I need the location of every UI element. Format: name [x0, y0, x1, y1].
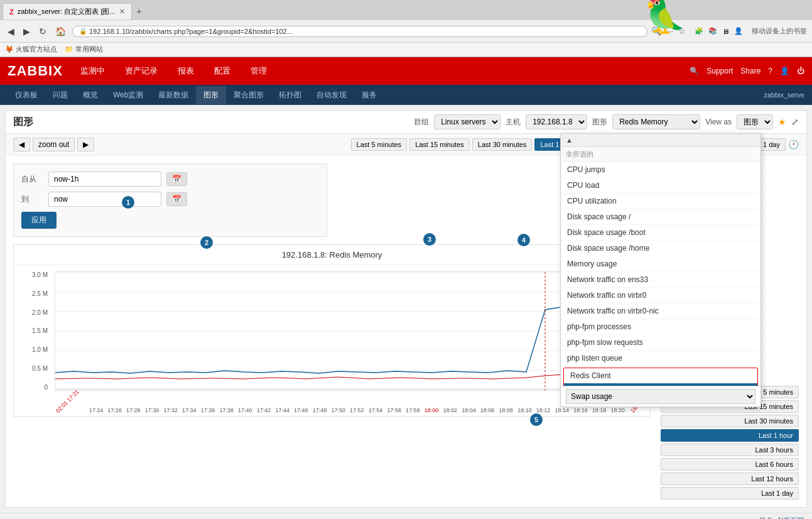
favorite-button[interactable]: ★ [778, 117, 786, 127]
dropdown-php-queue[interactable]: php listen queue [561, 351, 761, 366]
tp-1day[interactable]: Last 1 day [661, 487, 799, 500]
support-button[interactable]: Support [706, 67, 733, 75]
zabbix-tab-icon: Z [9, 8, 14, 16]
dropdown-net-virbr0[interactable]: Network traffic on virbr0 [561, 288, 761, 303]
next-time-button[interactable]: ▶ [77, 138, 94, 151]
user-button[interactable]: 👤 [780, 67, 789, 75]
subnav-composite[interactable]: 聚合图形 [226, 86, 271, 104]
apply-button[interactable]: 应用 [21, 212, 57, 229]
subnav-overview[interactable]: 概览 [75, 86, 106, 104]
tp-1hour-right[interactable]: Last 1 hour [661, 429, 799, 442]
period-15min[interactable]: Last 15 minutes [409, 138, 470, 151]
nav-reports[interactable]: 报表 [173, 63, 199, 79]
prev-time-button[interactable]: ◀ [13, 138, 30, 151]
subnav-problems[interactable]: 问题 [45, 86, 75, 104]
view-as-select[interactable]: 图形 [737, 114, 773, 129]
search-button[interactable]: 🔍 [690, 67, 699, 75]
tp-6hours[interactable]: Last 6 hours [661, 458, 799, 471]
from-cal-button[interactable]: 📅 [166, 172, 187, 186]
left-panel: 自从 📅 到 📅 应用 192.168.1.8: Redis Memory [13, 163, 651, 500]
group-select[interactable]: Linux servers [434, 114, 501, 129]
x-label-1758: 17:58 [406, 407, 420, 416]
logout-button[interactable]: ⏻ [797, 67, 804, 75]
subnav-web[interactable]: Web监测 [106, 86, 151, 104]
from-row: 自从 📅 [21, 172, 319, 187]
x-label-1746: 17:46 [294, 407, 308, 416]
dropdown-footer-select[interactable]: Swap usage [566, 389, 755, 404]
bookmark-firefox[interactable]: 🦊 火狐官方站点 [5, 45, 57, 54]
scroll-up-icon[interactable]: ▲ [566, 136, 573, 144]
subnav-latest[interactable]: 最新数据 [151, 86, 196, 104]
active-tab[interactable]: Z zabbix_server: 自定义图表 [图... ✕ [3, 3, 132, 19]
dropdown-phpfpm-proc[interactable]: php-fpm processes [561, 319, 761, 335]
home-button[interactable]: 🏠 [53, 25, 68, 38]
zoom-out-button[interactable]: zoom out [33, 138, 75, 151]
subnav-dashboard[interactable]: 仪表板 [8, 86, 45, 104]
to-cal-button[interactable]: 📅 [166, 192, 187, 206]
from-input[interactable] [48, 172, 161, 187]
dropdown-scroll[interactable]: 非所选的 CPU jumps CPU load CPU utilization … [561, 147, 761, 386]
tab-close-btn[interactable]: ✕ [119, 8, 125, 16]
x-axis: 02:01 17:21 17:24 17:26 17:28 17:30 17:3… [55, 407, 644, 416]
forward-button[interactable]: ▶ [21, 25, 33, 38]
annotation-1: 1 [122, 196, 134, 209]
nav-assets[interactable]: 资产记录 [120, 63, 163, 79]
dropdown-cpu-util[interactable]: CPU utilization [561, 194, 761, 209]
x-label-1730: 17:30 [145, 407, 160, 416]
dropdown-footer[interactable]: Swap usage [561, 386, 761, 407]
nav-action-menu[interactable]: ··· [666, 26, 673, 36]
dropdown-disk-home[interactable]: Disk space usage /home [561, 241, 761, 256]
help-button[interactable]: ? [768, 67, 772, 75]
nav-action-star[interactable]: ☆ [678, 26, 686, 36]
subnav-graphs[interactable]: 图形 [196, 86, 226, 104]
dropdown-phpfpm-slow[interactable]: php-fpm slow requests [561, 335, 761, 351]
period-30min[interactable]: Last 30 minutes [472, 138, 533, 151]
y-label-2: 2.0 M [32, 309, 48, 316]
nav-admin[interactable]: 管理 [246, 63, 272, 79]
chart-container[interactable]: 3.0 M 2.5 M 2.0 M 1.5 M 1.0 M 0.5 M 0 [14, 265, 650, 416]
nav-monitor[interactable]: 监测中 [75, 63, 110, 79]
subnav-autodiscovery[interactable]: 自动发现 [309, 86, 354, 104]
bookmark-common[interactable]: 📁 常用网站 [65, 45, 103, 54]
logo-text: ZABBIX [8, 63, 63, 79]
x-label-1752: 17:52 [350, 407, 364, 416]
footer: 忆念· 创新互联 [0, 513, 812, 519]
dropdown-disk-root[interactable]: Disk space usage / [561, 209, 761, 225]
address-bar[interactable]: 🔒 192.168.1.10/zabbix/charts.php?page=1&… [72, 26, 647, 37]
period-5min[interactable]: Last 5 minutes [351, 138, 408, 151]
subnav-services[interactable]: 服务 [354, 86, 384, 104]
ext-puzzle[interactable]: 🧩 [695, 27, 703, 35]
dropdown-disk-boot[interactable]: Disk space usage /boot [561, 225, 761, 241]
dropdown-net-virbr0-nic[interactable]: Network traffic on virbr0-nic [561, 303, 761, 319]
dropdown-redis-client[interactable]: Redis Client [564, 368, 757, 383]
y-label-3: 1.5 M [32, 327, 48, 334]
share-button[interactable]: Share [740, 67, 761, 75]
x-label-1754: 17:54 [369, 407, 383, 416]
x-label-start: 02:01 17:21 [55, 388, 80, 414]
x-label-1820: 18:20 [611, 407, 625, 416]
ext-user[interactable]: 👤 [734, 27, 743, 35]
subnav-topology[interactable]: 拓扑图 [271, 86, 309, 104]
dropdown-cpu-load[interactable]: CPU load [561, 178, 761, 194]
new-tab-button[interactable]: + [132, 4, 147, 19]
nav-action-search[interactable]: 🔍 [651, 26, 661, 36]
to-input[interactable] [48, 192, 161, 207]
annotation-5: 5 [530, 413, 543, 426]
tp-30min[interactable]: Last 30 minutes [661, 415, 799, 427]
refresh-button[interactable]: ↻ [36, 25, 49, 38]
nav-config[interactable]: 配置 [209, 63, 235, 79]
tp-12hours[interactable]: Last 12 hours [661, 473, 799, 485]
back-button[interactable]: ◀ [5, 25, 17, 38]
tp-3hours[interactable]: Last 3 hours [661, 444, 799, 456]
dropdown-cpu-jumps[interactable]: CPU jumps [561, 162, 761, 178]
ext-library[interactable]: 📚 [708, 27, 717, 35]
expand-button[interactable]: ⤢ [791, 117, 799, 127]
graph-select[interactable]: Redis Memory [612, 114, 700, 129]
dropdown-net-ens33[interactable]: Network traffic on ens33 [561, 272, 761, 288]
annotation-4: 4 [517, 234, 530, 246]
lock-icon: 🔒 [79, 28, 87, 35]
ext-screen[interactable]: 🖥 [722, 28, 729, 35]
dropdown-memory[interactable]: Memory usage [561, 256, 761, 272]
host-select[interactable]: 192.168.1.8 [526, 114, 587, 129]
x-label-1732: 17:32 [163, 407, 178, 416]
